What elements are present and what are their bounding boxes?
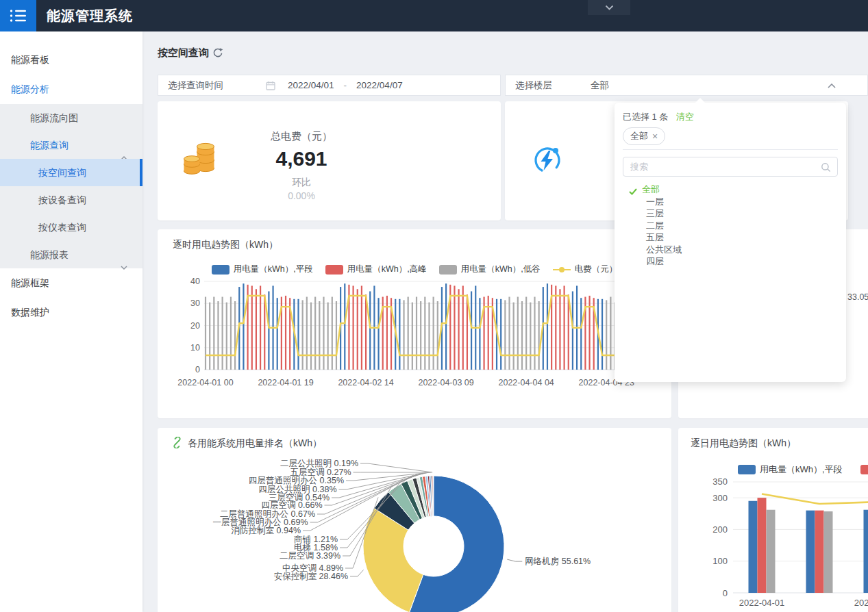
dropdown-notch — [695, 98, 705, 107]
sidebar-item-2[interactable]: 能源流向图 — [0, 104, 142, 131]
dropdown-option-6[interactable]: 四层 — [615, 255, 846, 268]
dropdown-divider — [623, 149, 838, 150]
chevron-down-icon — [605, 5, 614, 10]
bar — [213, 297, 214, 370]
bar — [428, 303, 430, 370]
sidebar-item-1[interactable]: 能源分析 — [0, 75, 142, 104]
bar — [462, 285, 464, 370]
bar — [344, 283, 345, 370]
sidebar-item-label: 能源查询 — [30, 140, 69, 151]
date-range-filter[interactable]: 选择查询时间 2022/04/01 - 2022/04/07 — [158, 75, 501, 96]
selected-count-text: 已选择 1 条 — [623, 112, 668, 122]
tag-close-icon[interactable]: × — [652, 131, 658, 142]
x-axis-label: 2022-04-02 14 — [338, 378, 393, 387]
daily-chart-legend: 用电量（kWh）,平段 — [738, 463, 868, 476]
total-cost-card: 总电费（元） 4,691 环比 0.00% — [158, 101, 501, 220]
legend-swatch — [860, 465, 868, 474]
bar — [256, 289, 257, 370]
sidebar-item-label: 能源框架 — [11, 277, 49, 288]
sidebar-item-3[interactable]: 能源查询 — [0, 131, 142, 159]
clear-selection-button[interactable]: 清空 — [676, 112, 694, 122]
bar — [399, 299, 400, 370]
dropdown-option-label: 五层 — [646, 232, 664, 242]
dropdown-option-label: 全部 — [642, 184, 660, 194]
pie-label: 安保控制室 28.46% — [274, 572, 348, 581]
bar — [504, 300, 506, 370]
bar — [251, 285, 253, 370]
bar — [277, 298, 278, 370]
bar — [572, 292, 573, 370]
dropdown-search-input[interactable] — [623, 157, 837, 176]
bar — [500, 299, 501, 370]
bar — [310, 303, 312, 370]
chevron-up-icon[interactable] — [828, 84, 836, 88]
legend-swatch — [738, 465, 756, 474]
bar — [302, 300, 303, 370]
date-end-value[interactable]: 2022/04/07 — [356, 80, 403, 90]
pie-slice-1[interactable] — [363, 508, 423, 612]
sidebar-item-6[interactable]: 按仪表查询 — [0, 214, 142, 241]
bar — [559, 289, 560, 370]
bar — [424, 297, 425, 370]
bar — [610, 297, 611, 370]
bar — [420, 301, 421, 370]
pie-label: 二层公共照明 0.19% — [280, 459, 358, 468]
selected-tag-label: 全部 — [630, 130, 648, 142]
pie-leader-line — [507, 559, 522, 561]
bar — [521, 301, 523, 370]
date-start-value[interactable]: 2022/04/01 — [288, 80, 334, 90]
dropdown-option-4[interactable]: 五层 — [615, 231, 846, 244]
bar — [471, 292, 472, 370]
sidebar-item-label: 按空间查询 — [38, 167, 86, 178]
sidebar-item-0[interactable]: 能源看板 — [0, 45, 142, 75]
sidebar-item-label: 能源看板 — [11, 54, 49, 65]
y-axis-label: 0 — [723, 588, 728, 598]
floor-select-value[interactable]: 全部 — [591, 79, 609, 92]
pie-label: 四层普通照明办公 0.35% — [249, 476, 344, 485]
dropdown-option-1[interactable]: 一层 — [615, 196, 846, 208]
sidebar-item-8[interactable]: 能源框架 — [0, 268, 142, 298]
dropdown-option-label: 公共区域 — [646, 244, 682, 255]
x-axis-label: 2022-04-01 — [739, 598, 785, 608]
refresh-icon[interactable] — [212, 47, 223, 61]
bar — [268, 292, 269, 370]
price-line — [762, 494, 868, 504]
y-axis-label: 20 — [190, 321, 200, 331]
floor-select-filter[interactable]: 选择楼层 全部 — [505, 75, 868, 96]
legend-item-1[interactable] — [860, 463, 868, 476]
bar — [767, 510, 776, 593]
bar — [534, 297, 535, 370]
dropdown-option-5[interactable]: 公共区域 — [615, 244, 846, 256]
bar — [815, 511, 824, 593]
bar — [530, 303, 531, 370]
daily-chart-card: 逐日用电趋势图（kWh） 用电量（kWh）,平段 010020030035020… — [678, 428, 868, 612]
sidebar-item-5[interactable]: 按设备查询 — [0, 186, 142, 214]
dropdown-option-3[interactable]: 二层 — [615, 220, 846, 232]
sidebar-item-label: 按仪表查询 — [38, 222, 86, 233]
sidebar-item-4[interactable]: 按空间查询 — [0, 159, 142, 186]
app-root: 能源管理系统 能源看板能源分析能源流向图能源查询按空间查询按设备查询按仪表查询能… — [0, 0, 868, 612]
bar — [864, 510, 868, 593]
sidebar-item-9[interactable]: 数据维护 — [0, 298, 142, 327]
sidebar-item-label: 能源流向图 — [30, 112, 78, 123]
bar — [580, 298, 582, 370]
bar — [205, 297, 206, 370]
bar — [327, 303, 329, 370]
menu-toggle-button[interactable] — [0, 0, 36, 31]
partial-axis-value: 33.05 — [847, 292, 868, 302]
dropdown-option-0[interactable]: 全部 — [615, 183, 846, 196]
menu-icon — [10, 9, 27, 23]
y-axis-label: 10 — [190, 343, 200, 353]
header-dropdown-button[interactable] — [588, 0, 630, 15]
bar — [314, 297, 316, 370]
bar — [217, 301, 219, 370]
legend-item-0[interactable]: 用电量（kWh）,平段 — [738, 463, 843, 476]
dropdown-option-2[interactable]: 三层 — [615, 207, 846, 220]
bar — [508, 297, 510, 370]
bar — [458, 289, 460, 370]
bar — [377, 298, 379, 370]
bar — [445, 283, 447, 370]
sidebar-item-7[interactable]: 能源报表 — [0, 241, 142, 268]
bar — [547, 283, 548, 370]
bar — [412, 303, 413, 370]
